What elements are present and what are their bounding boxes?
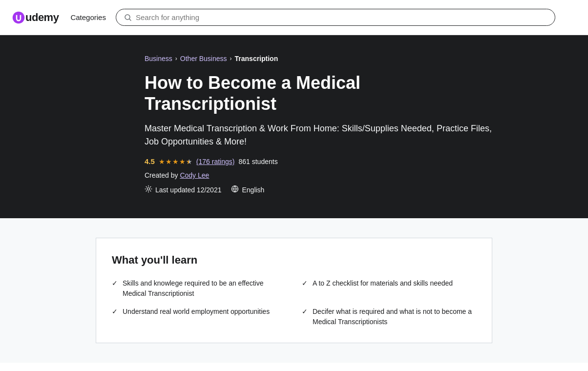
breadcrumb-sep-2: ›: [230, 55, 232, 62]
logo[interactable]: udemy: [12, 11, 59, 24]
search-input[interactable]: [136, 13, 547, 21]
learn-title: What you'll learn: [112, 254, 476, 267]
breadcrumb-business[interactable]: Business: [145, 55, 172, 62]
star-2: ★: [166, 158, 172, 165]
ratings-link[interactable]: (176 ratings): [196, 158, 235, 165]
meta-row: Last updated 12/2021 English: [145, 185, 492, 195]
learn-card: What you'll learn ✓ Skills and knowlege …: [96, 238, 492, 343]
check-icon: ✓: [302, 279, 308, 287]
course-title: How to Become a Medical Transcriptionist: [145, 72, 492, 114]
rating-row: 4.5 ★ ★ ★ ★ ★ ★ (176 ratings) 861 studen…: [145, 157, 492, 165]
breadcrumb-sep-1: ›: [175, 55, 177, 62]
search-icon: [124, 14, 132, 21]
settings-icon: [145, 185, 152, 195]
language-item: English: [231, 185, 264, 195]
star-1: ★: [159, 158, 165, 165]
logo-text: udemy: [25, 11, 59, 24]
course-subtitle: Master Medical Transcription & Work From…: [145, 122, 492, 148]
language-text: English: [242, 186, 264, 194]
logo-icon: [12, 11, 25, 24]
categories-nav[interactable]: Categories: [70, 13, 106, 21]
breadcrumb: Business › Other Business › Transcriptio…: [145, 55, 492, 62]
students-count: 861 students: [238, 158, 277, 165]
search-bar: [116, 9, 555, 26]
star-half: ★ ★: [186, 158, 192, 165]
site-header: udemy Categories: [0, 0, 588, 35]
check-icon: ✓: [302, 308, 308, 315]
rating-number: 4.5: [145, 157, 155, 165]
learn-item-text: Understand real world employment opportu…: [123, 307, 270, 317]
breadcrumb-other-business[interactable]: Other Business: [180, 55, 227, 62]
check-icon: ✓: [112, 279, 118, 287]
list-item: ✓ Decifer what is required and what is n…: [302, 307, 476, 327]
learn-item-text: Skills and knowlege required to be an ef…: [123, 278, 286, 299]
list-item: ✓ Understand real world employment oppor…: [112, 307, 286, 327]
instructor-link[interactable]: Cody Lee: [180, 171, 209, 179]
created-by-label: Created by: [145, 171, 178, 179]
created-by: Created by Cody Lee: [145, 171, 492, 179]
learn-item-text: Decifer what is required and what is not…: [313, 307, 476, 327]
globe-icon: [231, 185, 239, 195]
star-4: ★: [179, 158, 186, 165]
hero-section: Business › Other Business › Transcriptio…: [0, 35, 588, 218]
stars: ★ ★ ★ ★ ★ ★: [159, 158, 192, 165]
svg-point-1: [147, 188, 150, 190]
main-content: What you'll learn ✓ Skills and knowlege …: [0, 218, 588, 363]
breadcrumb-transcription[interactable]: Transcription: [235, 55, 278, 62]
learn-grid: ✓ Skills and knowlege required to be an …: [112, 278, 476, 327]
star-3: ★: [172, 158, 179, 165]
last-updated-text: Last updated 12/2021: [155, 186, 221, 194]
last-updated-item: Last updated 12/2021: [145, 185, 221, 195]
list-item: ✓ A to Z checklist for materials and ski…: [302, 278, 476, 299]
check-icon: ✓: [112, 308, 118, 315]
list-item: ✓ Skills and knowlege required to be an …: [112, 278, 286, 299]
content-inner: What you'll learn ✓ Skills and knowlege …: [84, 238, 504, 343]
learn-item-text: A to Z checklist for materials and skill…: [313, 278, 453, 289]
